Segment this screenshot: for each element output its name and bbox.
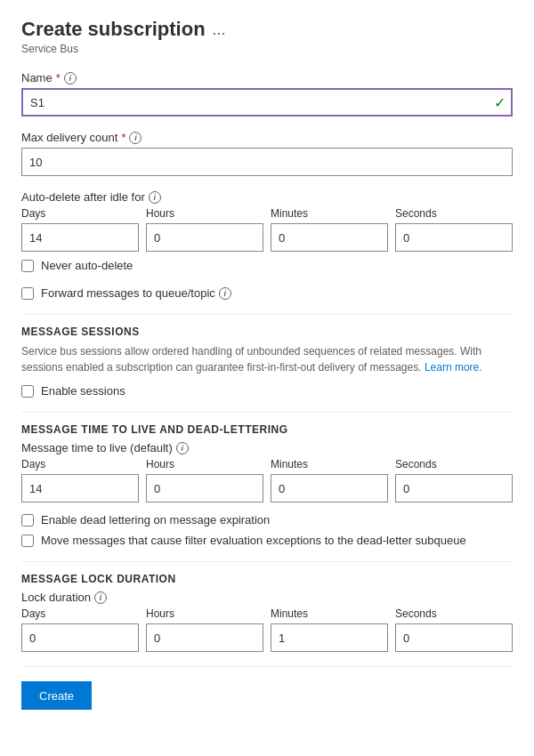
- enable-sessions-checkbox[interactable]: [21, 385, 34, 398]
- page-subtitle: Service Bus: [21, 43, 513, 55]
- auto-delete-days-input[interactable]: [21, 223, 139, 252]
- filter-exceptions-label: Move messages that cause filter evaluati…: [41, 534, 466, 547]
- lock-seconds-col: Seconds: [395, 607, 513, 652]
- filter-exceptions-checkbox[interactable]: [21, 535, 34, 547]
- lock-days-input[interactable]: [21, 623, 139, 652]
- name-field-label: Name * i: [21, 71, 513, 84]
- max-delivery-info-icon[interactable]: i: [129, 132, 142, 144]
- enable-sessions-label: Enable sessions: [41, 384, 125, 398]
- auto-delete-days-col: Days: [21, 207, 139, 252]
- lock-seconds-label: Seconds: [395, 607, 513, 620]
- auto-delete-seconds-input[interactable]: [395, 223, 513, 252]
- name-info-icon[interactable]: i: [64, 72, 77, 84]
- lock-days-col: Days: [21, 607, 139, 652]
- lock-minutes-label: Minutes: [271, 607, 388, 620]
- ttl-days-input[interactable]: [21, 474, 139, 503]
- forward-messages-info-icon[interactable]: i: [219, 287, 231, 300]
- ttl-hours-col: Hours: [146, 458, 263, 503]
- filter-exceptions-row: Move messages that cause filter evaluati…: [21, 534, 513, 547]
- ttl-seconds-input[interactable]: [395, 474, 513, 503]
- forward-messages-label: Forward messages to queue/topic i: [41, 286, 231, 300]
- dead-letter-label: Enable dead lettering on message expirat…: [41, 513, 270, 527]
- bottom-bar: Create: [21, 666, 513, 710]
- auto-delete-seconds-label: Seconds: [395, 207, 513, 220]
- lock-days-label: Days: [21, 607, 139, 620]
- name-check-icon: ✓: [494, 94, 506, 111]
- never-auto-delete-row: Never auto-delete: [21, 259, 513, 272]
- lock-minutes-input[interactable]: [271, 623, 388, 652]
- enable-sessions-row: Enable sessions: [21, 384, 513, 398]
- never-auto-delete-checkbox[interactable]: [21, 260, 34, 272]
- auto-delete-hours-input[interactable]: [146, 223, 263, 252]
- name-input[interactable]: [21, 88, 513, 117]
- forward-messages-checkbox[interactable]: [21, 287, 34, 300]
- learn-more-link[interactable]: Learn more.: [425, 361, 482, 374]
- ttl-seconds-label: Seconds: [395, 458, 513, 470]
- ttl-minutes-input[interactable]: [271, 474, 388, 503]
- ttl-days-label: Days: [21, 458, 139, 470]
- auto-delete-info-icon[interactable]: i: [149, 191, 161, 204]
- max-delivery-required-star: *: [121, 131, 125, 144]
- lock-duration-time-grid: Days Hours Minutes Seconds: [21, 607, 513, 652]
- never-auto-delete-label: Never auto-delete: [41, 259, 133, 272]
- lock-seconds-input[interactable]: [395, 623, 513, 652]
- auto-delete-minutes-col: Minutes: [271, 207, 388, 252]
- ttl-hours-input[interactable]: [146, 474, 263, 503]
- ttl-days-col: Days: [21, 458, 139, 503]
- lock-duration-info-icon[interactable]: i: [94, 591, 107, 604]
- auto-delete-time-grid: Days Hours Minutes Seconds: [21, 207, 513, 252]
- lock-duration-heading: MESSAGE LOCK DURATION: [21, 573, 513, 585]
- ttl-minutes-label: Minutes: [271, 458, 388, 470]
- message-ttl-label: Message time to live (default) i: [21, 441, 513, 454]
- auto-delete-hours-col: Hours: [146, 207, 263, 252]
- ttl-hours-label: Hours: [146, 458, 263, 470]
- lock-hours-col: Hours: [146, 607, 263, 652]
- name-input-wrapper: ✓: [21, 88, 513, 117]
- name-required-star: *: [56, 71, 61, 84]
- ttl-minutes-col: Minutes: [271, 458, 388, 503]
- auto-delete-seconds-col: Seconds: [395, 207, 513, 252]
- lock-duration-label: Lock duration i: [21, 591, 513, 604]
- ttl-time-grid: Days Hours Minutes Seconds: [21, 458, 513, 503]
- auto-delete-minutes-input[interactable]: [271, 223, 388, 252]
- message-ttl-heading: MESSAGE TIME TO LIVE AND DEAD-LETTERING: [21, 423, 513, 436]
- page-title: Create subscription: [21, 18, 206, 41]
- ellipsis-menu-icon[interactable]: ...: [213, 20, 226, 39]
- message-sessions-heading: MESSAGE SESSIONS: [21, 326, 513, 338]
- forward-messages-row: Forward messages to queue/topic i: [21, 286, 513, 300]
- lock-minutes-col: Minutes: [271, 607, 388, 652]
- dead-letter-row: Enable dead lettering on message expirat…: [21, 513, 513, 527]
- create-button[interactable]: Create: [21, 681, 92, 710]
- lock-hours-label: Hours: [146, 607, 263, 620]
- ttl-seconds-col: Seconds: [395, 458, 513, 503]
- dead-letter-checkbox[interactable]: [21, 514, 34, 527]
- message-sessions-description: Service bus sessions allow ordered handl…: [21, 343, 513, 375]
- message-ttl-info-icon[interactable]: i: [176, 442, 189, 454]
- auto-delete-days-label: Days: [21, 207, 139, 220]
- lock-hours-input[interactable]: [146, 623, 263, 652]
- auto-delete-minutes-label: Minutes: [271, 207, 388, 220]
- max-delivery-input[interactable]: [21, 148, 513, 176]
- auto-delete-hours-label: Hours: [146, 207, 263, 220]
- max-delivery-label: Max delivery count * i: [21, 131, 513, 144]
- auto-delete-label: Auto-delete after idle for i: [21, 190, 513, 204]
